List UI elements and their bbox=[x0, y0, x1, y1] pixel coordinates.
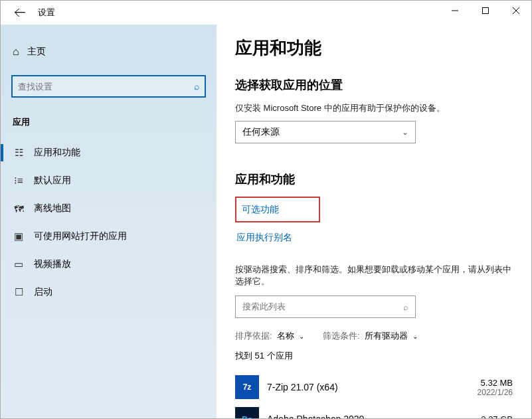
app-icon-photoshop: Ps bbox=[235, 407, 259, 418]
svg-rect-1 bbox=[483, 8, 489, 14]
minimize-button[interactable] bbox=[440, 1, 470, 21]
nav-label: 视频播放 bbox=[34, 258, 71, 270]
page-heading: 应用和功能 bbox=[235, 37, 513, 60]
chevron-down-icon: ⌄ bbox=[299, 333, 304, 340]
app-date: 2022/1/26 bbox=[478, 388, 513, 397]
chevron-down-icon: ⌄ bbox=[412, 333, 418, 340]
source-dropdown[interactable]: 任何来源 ⌄ bbox=[235, 121, 416, 143]
sort-label: 排序依据: bbox=[235, 331, 272, 341]
back-button[interactable]: 🡠 bbox=[14, 6, 26, 20]
filter-label: 筛选条件: bbox=[323, 331, 360, 341]
sidebar: ⌂ 主页 ⌕ 应用 ☷ 应用和功能 ⁝≡ 默认应用 🗺 离线地图 ▣ 可使用网站… bbox=[1, 25, 217, 418]
home-label: 主页 bbox=[27, 46, 46, 58]
apps-search-box[interactable]: 搜索此列表 ⌕ bbox=[235, 295, 416, 318]
app-execution-aliases-link[interactable]: 应用执行别名 bbox=[235, 229, 294, 246]
home-icon: ⌂ bbox=[13, 46, 19, 58]
sort-filter-row: 排序依据: 名称 ⌄ 筛选条件: 所有驱动器 ⌄ bbox=[235, 330, 513, 342]
found-count: 找到 51 个应用 bbox=[235, 350, 513, 362]
maximize-button[interactable] bbox=[470, 1, 501, 21]
nav-video-playback[interactable]: ▭ 视频播放 bbox=[1, 250, 217, 278]
source-subtext: 仅安装 Microsoft Store 中的应用有助于保护你的设备。 bbox=[235, 102, 513, 114]
list-icon: ☷ bbox=[13, 147, 25, 159]
nav-startup[interactable]: ☐ 启动 bbox=[1, 278, 217, 306]
defaults-icon: ⁝≡ bbox=[13, 175, 25, 187]
map-icon: 🗺 bbox=[13, 203, 25, 214]
apps-search-placeholder: 搜索此列表 bbox=[242, 301, 286, 313]
close-button[interactable] bbox=[501, 1, 531, 21]
app-row[interactable]: Ps Adobe Photoshop 2020 2.37 GB bbox=[235, 403, 513, 418]
app-icon-7zip: 7z bbox=[235, 375, 259, 399]
nav-label: 启动 bbox=[34, 286, 52, 298]
search-icon: ⌕ bbox=[194, 81, 199, 92]
main-content: 应用和功能 选择获取应用的位置 仅安装 Microsoft Store 中的应用… bbox=[217, 25, 531, 418]
home-button[interactable]: ⌂ 主页 bbox=[1, 41, 217, 63]
search-box[interactable]: ⌕ bbox=[11, 75, 206, 98]
startup-icon: ☐ bbox=[13, 286, 25, 298]
optional-features-link[interactable]: 可选功能 bbox=[242, 204, 279, 216]
optional-features-highlight: 可选功能 bbox=[235, 197, 320, 222]
app-name: 7-Zip 21.07 (x64) bbox=[267, 382, 470, 392]
nav-label: 离线地图 bbox=[34, 203, 71, 214]
video-icon: ▭ bbox=[13, 258, 25, 270]
nav-apps-for-websites[interactable]: ▣ 可使用网站打开的应用 bbox=[1, 222, 217, 250]
app-name: Adobe Photoshop 2020 bbox=[267, 414, 473, 418]
nav-label: 可使用网站打开的应用 bbox=[34, 230, 127, 242]
titlebar: 🡠 设置 bbox=[1, 1, 531, 25]
nav-default-apps[interactable]: ⁝≡ 默认应用 bbox=[1, 167, 217, 195]
sort-value: 名称 bbox=[277, 331, 294, 341]
search-icon: ⌕ bbox=[403, 302, 408, 312]
app-row[interactable]: 7z 7-Zip 21.07 (x64) 5.32 MB 2022/1/26 bbox=[235, 371, 513, 403]
filter-value: 所有驱动器 bbox=[365, 331, 408, 341]
nav-apps-features[interactable]: ☷ 应用和功能 bbox=[1, 139, 217, 167]
apps-section-title: 应用和功能 bbox=[235, 171, 513, 187]
category-label: 应用 bbox=[1, 112, 217, 139]
dropdown-value: 任何来源 bbox=[242, 126, 280, 138]
app-size: 2.37 GB bbox=[481, 414, 513, 419]
app-size: 5.32 MB bbox=[481, 378, 513, 388]
filter-control[interactable]: 筛选条件: 所有驱动器 ⌄ bbox=[323, 330, 418, 342]
nav-label: 默认应用 bbox=[34, 175, 71, 187]
sort-control[interactable]: 排序依据: 名称 ⌄ bbox=[235, 330, 304, 342]
window-title: 设置 bbox=[38, 7, 55, 19]
nav-label: 应用和功能 bbox=[34, 147, 80, 159]
chevron-down-icon: ⌄ bbox=[402, 127, 408, 137]
source-section-title: 选择获取应用的位置 bbox=[235, 77, 513, 93]
nav-offline-maps[interactable]: 🗺 离线地图 bbox=[1, 195, 217, 222]
website-icon: ▣ bbox=[13, 230, 25, 242]
apps-subtext: 按驱动器搜索、排序和筛选。如果想要卸载或移动某个应用，请从列表中选择它。 bbox=[235, 264, 513, 288]
search-input[interactable] bbox=[18, 82, 194, 92]
